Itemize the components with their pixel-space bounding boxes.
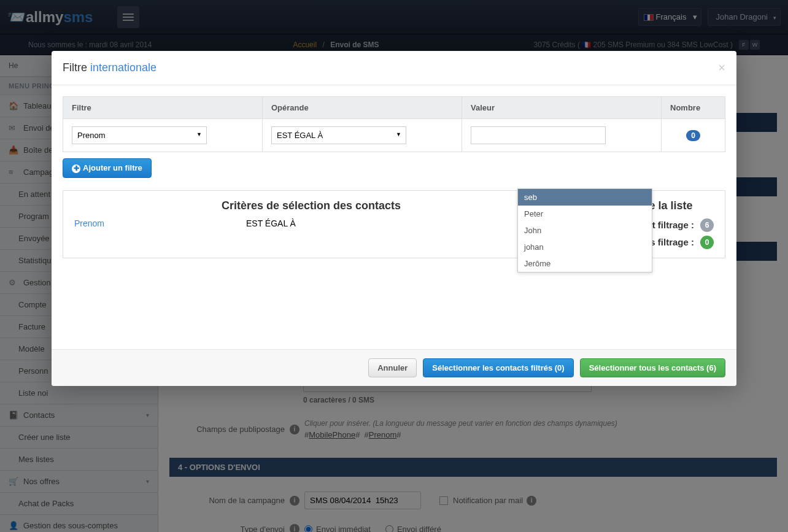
col-value: Valeur bbox=[462, 97, 662, 119]
plus-icon: ✚ bbox=[72, 164, 80, 173]
criteria-left: Critères de sélection des contacts Preno… bbox=[63, 191, 559, 258]
filter-count-badge: 0 bbox=[686, 130, 700, 141]
filter-row: Prenom EST ÉGAL À 0 bbox=[63, 119, 725, 152]
before-value: 6 bbox=[700, 218, 714, 232]
autocomplete-option[interactable]: John bbox=[518, 222, 652, 239]
select-filtered-button[interactable]: Sélectionner les contacts filtrés (0) bbox=[423, 358, 573, 377]
after-value: 0 bbox=[700, 236, 714, 249]
modal-title: Filtre internationale bbox=[63, 61, 156, 74]
modal-footer: Annuler Sélectionner les contacts filtré… bbox=[52, 349, 736, 386]
autocomplete-option[interactable]: johan bbox=[518, 239, 652, 255]
col-operand: Opérande bbox=[263, 97, 462, 119]
filter-operand-select[interactable]: EST ÉGAL À bbox=[271, 126, 406, 144]
cancel-label: Annuler bbox=[377, 363, 408, 372]
add-filter-button[interactable]: ✚Ajouter un filtre bbox=[63, 158, 152, 178]
cancel-button[interactable]: Annuler bbox=[368, 358, 417, 377]
col-filter: Filtre bbox=[63, 97, 263, 119]
criteria-title: Critères de sélection des contacts bbox=[74, 199, 548, 212]
col-count: Nombre bbox=[662, 97, 725, 119]
close-icon[interactable]: × bbox=[718, 61, 725, 75]
add-filter-label: Ajouter un filtre bbox=[83, 163, 142, 172]
autocomplete-option[interactable]: seb bbox=[518, 189, 652, 206]
criteria-field: Prenom bbox=[74, 218, 234, 228]
filter-field-select[interactable]: Prenom bbox=[72, 126, 207, 144]
select-all-button[interactable]: Sélectionner tous les contacts (6) bbox=[580, 358, 725, 377]
select-filtered-label: Sélectionner les contacts filtrés (0) bbox=[432, 363, 564, 372]
select-all-label: Sélectionner tous les contacts (6) bbox=[589, 363, 716, 372]
filter-value-input[interactable] bbox=[471, 126, 606, 144]
autocomplete-dropdown: seb Peter John johan Jerôme bbox=[517, 188, 652, 272]
criteria-operand: EST ÉGAL À bbox=[246, 218, 296, 228]
autocomplete-option[interactable]: Jerôme bbox=[518, 255, 652, 272]
filter-table: Filtre Opérande Valeur Nombre Prenom EST… bbox=[63, 96, 725, 152]
modal-header: Filtre internationale × bbox=[52, 51, 736, 85]
autocomplete-option[interactable]: Peter bbox=[518, 206, 652, 222]
